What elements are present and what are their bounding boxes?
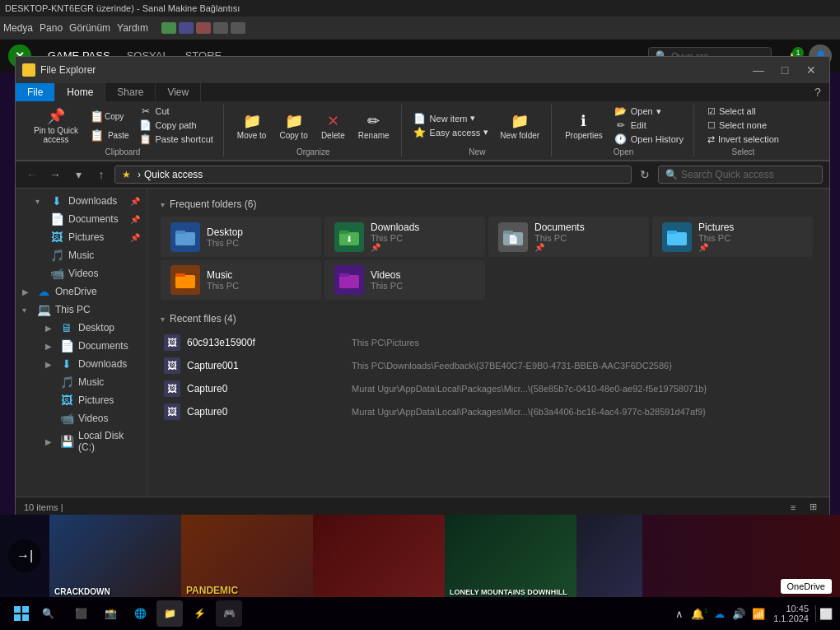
tab-share[interactable]: Share <box>105 83 156 101</box>
folder-pin-documents: 📌 <box>534 243 585 252</box>
sidebar-item-videos[interactable]: 📹 Videos <box>16 264 147 282</box>
collapse-button[interactable]: →| <box>8 539 41 572</box>
tab-home[interactable]: Home <box>55 83 105 101</box>
sidebar-item-thispc[interactable]: ▾ 💻 This PC <box>16 301 147 319</box>
sidebar-item-localdisk[interactable]: ▶ 💾 Local Disk (C:) <box>16 427 147 455</box>
fe-search-box[interactable]: 🔍 Search Quick access <box>658 166 823 184</box>
fe-close-button[interactable]: ✕ <box>800 62 823 78</box>
new-item-button[interactable]: 📄 New item ▾ <box>410 112 492 125</box>
sidebar-item-downloads[interactable]: ▾ ⬇ Downloads 📌 <box>16 192 147 210</box>
forward-button[interactable]: → <box>45 165 65 184</box>
tab-file[interactable]: File <box>16 83 55 101</box>
back-button[interactable]: ← <box>22 165 42 184</box>
fe-sidebar: ▾ ⬇ Downloads 📌 📄 Documents 📌 🖼 Pictures… <box>16 189 147 497</box>
game-card-3[interactable] <box>313 515 445 597</box>
tray-onedrive[interactable]: ☁ <box>711 605 727 622</box>
refresh-button[interactable]: ↻ <box>635 165 655 184</box>
open-button[interactable]: 📂 Open ▾ <box>611 105 687 118</box>
recent-icon-2: 🖼 <box>164 380 180 397</box>
copy-to-button[interactable]: 📁 Copy to <box>274 110 312 142</box>
sidebar-item-downloads2[interactable]: ▶ ⬇ Downloads <box>16 355 147 373</box>
frequent-folders-header[interactable]: ▾ Frequent folders (6) <box>161 198 816 210</box>
pin-to-quick-button[interactable]: 📌 Pin to Quickaccess <box>29 105 83 146</box>
sidebar-item-pictures2[interactable]: 🖼 Pictures <box>16 391 147 409</box>
game-card-lonely[interactable]: LONELY MOUNTAINS DOWNHILL <box>445 515 576 597</box>
paste-button[interactable]: 📋 Paste <box>86 127 133 143</box>
taskbar-store[interactable]: ⚡ <box>186 600 212 627</box>
tray-show-hidden[interactable]: ∧ <box>671 605 688 622</box>
select-none-button[interactable]: ☐ Select none <box>702 119 784 132</box>
fe-maximize-button[interactable]: □ <box>773 62 796 78</box>
folder-item-documents[interactable]: 📄 Documents This PC 📌 <box>488 217 649 257</box>
rdp-menu-yardim[interactable]: Yardım <box>117 22 148 34</box>
properties-button[interactable]: ℹ Properties <box>560 110 608 142</box>
invert-selection-button[interactable]: ⇄ Invert selection <box>702 133 784 146</box>
copy-button[interactable]: 📋 Copy <box>86 107 133 125</box>
rename-icon: ✏ <box>364 111 384 131</box>
rdp-toolbar-icon-5[interactable] <box>231 22 245 34</box>
up-button[interactable]: ↑ <box>91 165 111 184</box>
folder-item-videos[interactable]: Videos This PC <box>324 260 485 300</box>
recent-row-1[interactable]: 🖼 Capture001 This PC\Downloads\Feedback\… <box>161 354 816 377</box>
sidebar-downloads-label: Downloads <box>68 195 117 207</box>
tray-notification[interactable]: 🔔 1 <box>691 605 707 622</box>
sidebar-item-pictures[interactable]: 🖼 Pictures 📌 <box>16 228 147 246</box>
fe-minimize-button[interactable]: — <box>747 62 770 78</box>
taskbar-widgets[interactable]: ⬛ <box>68 600 94 627</box>
tray-volume[interactable]: 🔊 <box>730 605 747 622</box>
move-to-button[interactable]: 📁 Move to <box>232 110 272 142</box>
paste-shortcut-button[interactable]: 📋 Paste shortcut <box>136 133 217 146</box>
rdp-menu-gorunum[interactable]: Görünüm <box>69 22 110 34</box>
rdp-menu-medya[interactable]: Medya <box>3 22 33 34</box>
recent-files-header[interactable]: ▾ Recent files (4) <box>161 313 816 324</box>
taskbar-search[interactable]: 🔍 <box>35 600 61 627</box>
taskbar-clock[interactable]: 10:45 1.1.2024 <box>773 604 809 623</box>
rdp-toolbar-icon-2[interactable] <box>179 22 194 34</box>
rdp-toolbar-icon-3[interactable] <box>196 22 211 34</box>
folder-item-desktop[interactable]: Desktop This PC <box>161 217 321 257</box>
delete-icon: ✕ <box>323 111 343 131</box>
new-folder-button[interactable]: 📁 New folder <box>495 110 544 142</box>
history-button[interactable]: 🕐 Open History <box>611 133 687 146</box>
taskbar-edge[interactable]: 🌐 <box>127 600 153 627</box>
details-view-button[interactable]: ≡ <box>785 499 801 516</box>
easy-access-button[interactable]: ⭐ Easy access ▾ <box>410 126 492 139</box>
recent-row-3[interactable]: 🖼 Capture0 Murat Ugur\AppData\Local\Pack… <box>161 400 816 423</box>
taskbar-explorer[interactable]: 📁 <box>156 600 183 627</box>
start-button[interactable] <box>8 600 35 627</box>
rdp-toolbar-icon-1[interactable] <box>161 22 176 34</box>
rdp-menu-pano[interactable]: Pano <box>40 22 63 34</box>
recent-row-0[interactable]: 🖼 60c913e15900f This PC\Pictures <box>161 331 816 354</box>
tiles-view-button[interactable]: ⊞ <box>805 499 821 516</box>
game-card-crackdown[interactable]: CRACKDOWN <box>49 515 181 597</box>
sidebar-item-onedrive[interactable]: ▶ ☁ OneDrive <box>16 282 147 301</box>
svg-rect-17 <box>22 614 29 621</box>
folder-item-pictures[interactable]: Pictures This PC 📌 <box>652 217 813 257</box>
fe-help-button[interactable]: ? <box>806 83 829 101</box>
sidebar-item-desktop[interactable]: ▶ 🖥 Desktop <box>16 319 147 337</box>
sidebar-item-videos2[interactable]: 📹 Videos <box>16 409 147 427</box>
cut-button[interactable]: ✂ Cut <box>136 105 217 118</box>
delete-button[interactable]: ✕ Delete <box>316 110 350 142</box>
select-all-button[interactable]: ☑ Select all <box>702 105 784 118</box>
edit-button[interactable]: ✏ Edit <box>611 119 687 132</box>
rename-button[interactable]: ✏ Rename <box>353 110 394 142</box>
sidebar-item-music[interactable]: 🎵 Music <box>16 246 147 264</box>
rdp-toolbar-icon-4[interactable] <box>213 22 228 34</box>
recent-row-2[interactable]: 🖼 Capture0 Murat Ugur\AppData\Local\Pack… <box>161 377 816 400</box>
copy-path-button[interactable]: 📄 Copy path <box>136 119 217 132</box>
tab-view[interactable]: View <box>156 83 201 101</box>
show-desktop-button[interactable]: ⬜ <box>815 605 832 622</box>
sidebar-item-documents2[interactable]: ▶ 📄 Documents <box>16 337 147 355</box>
sidebar-item-documents[interactable]: 📄 Documents 📌 <box>16 210 147 228</box>
tray-network[interactable]: 📶 <box>750 605 767 622</box>
fe-breadcrumb[interactable]: ★ › Quick access <box>114 166 632 184</box>
taskbar-xbox[interactable]: 🎮 <box>216 600 242 627</box>
taskbar-taskview[interactable]: 📸 <box>97 600 124 627</box>
sidebar-item-music2[interactable]: 🎵 Music <box>16 373 147 391</box>
game-card-5[interactable] <box>576 515 642 597</box>
game-card-pandemic[interactable]: PANDEMIC <box>181 515 313 597</box>
recent-locations-button[interactable]: ▾ <box>68 165 88 184</box>
folder-item-music[interactable]: Music This PC <box>161 260 321 300</box>
folder-item-downloads[interactable]: ⬇ Downloads This PC 📌 <box>324 217 485 257</box>
